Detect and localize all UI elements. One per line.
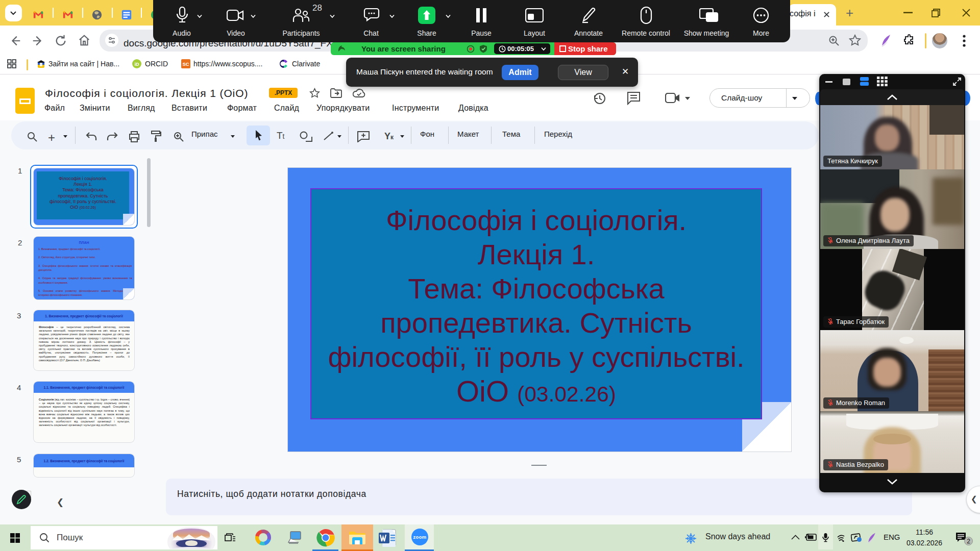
svg-text:SC: SC bbox=[182, 61, 189, 67]
svg-text:iD: iD bbox=[135, 62, 140, 67]
